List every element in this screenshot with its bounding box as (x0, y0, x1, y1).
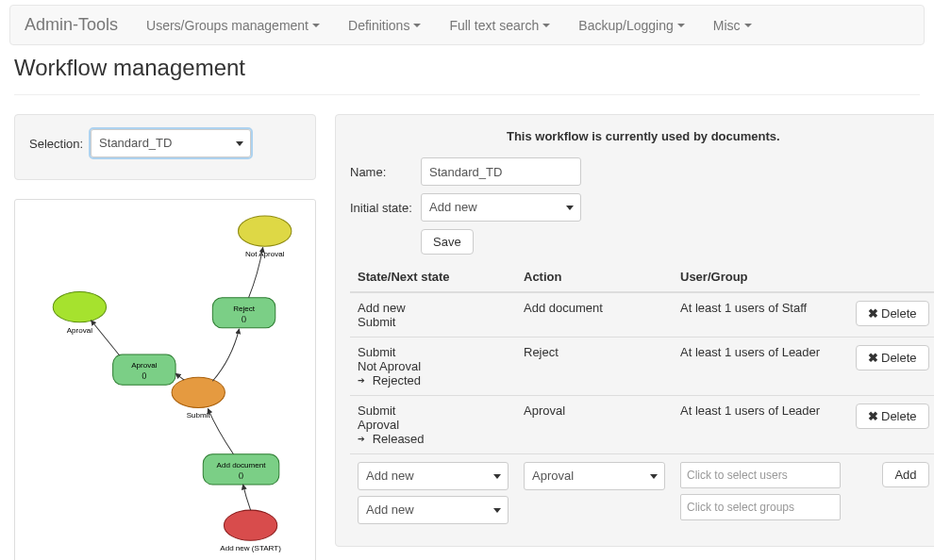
th-action: Action (516, 262, 673, 292)
page-title: Workflow management (14, 55, 920, 81)
initial-state-select[interactable]: Add new (421, 193, 581, 222)
delete-button[interactable]: ✖Delete (856, 301, 929, 326)
edge (175, 373, 184, 380)
th-user: User/Group (673, 262, 848, 292)
x-icon: ✖ (868, 351, 878, 365)
user-cell: At least 1 users of Staff (673, 292, 848, 338)
arrow-right-icon: ➔ (358, 432, 373, 446)
arrow-right-icon: ➔ (358, 373, 373, 387)
diagram-svg: Not Aproval Aproval Reject () Aproval ()… (23, 207, 308, 560)
action-cell: Aproval (516, 396, 673, 454)
edge (91, 321, 119, 355)
action-cell: Add document (516, 292, 673, 338)
table-row: Submit Aproval ➔ Released Aproval At lea… (350, 396, 934, 454)
caret-icon (413, 24, 421, 27)
add-state-select[interactable]: Add new (358, 462, 509, 490)
groups-token-input[interactable]: Click to select groups (680, 494, 841, 520)
add-row: Add new Add new Aproval Cli (350, 454, 934, 533)
label-aproval-end: Aproval (67, 326, 92, 335)
x-icon: ✖ (868, 409, 878, 423)
table-row: Add new Submit Add document At least 1 u… (350, 292, 934, 338)
edge (208, 408, 233, 453)
th-empty (848, 262, 934, 292)
state-line: Not Aproval (358, 359, 509, 373)
type-label: Rejected (373, 373, 421, 387)
users-token-input[interactable]: Click to select users (680, 462, 841, 488)
page-header: Workflow management (14, 55, 920, 95)
label-reject-sub: () (242, 314, 247, 322)
label-aproval: Aproval (131, 361, 157, 370)
label-aproval-sub: () (142, 371, 147, 379)
edge (243, 485, 251, 510)
nav-label: Misc (713, 18, 741, 33)
user-cell: At least 1 users of Leader (673, 338, 848, 396)
label-not-aproval: Not Aproval (245, 250, 285, 258)
state-line: Submit (358, 345, 509, 359)
state-line: Submit (358, 315, 509, 329)
type-label: Released (373, 432, 425, 446)
node-start (224, 510, 276, 540)
node-submit (172, 377, 225, 407)
nav-label: Users/Groups management (146, 18, 309, 33)
state-line: Submit (358, 404, 509, 418)
nav-label: Definitions (348, 18, 409, 33)
th-state: State/Next state (350, 262, 516, 292)
label-add-doc: Add document (217, 461, 267, 469)
initial-state-label: Initial state: (350, 201, 421, 215)
workflow-form-panel: This workflow is currently used by docum… (335, 114, 934, 547)
node-not-aproval (239, 216, 292, 246)
nav-users-groups[interactable]: Users/Groups management (132, 8, 334, 42)
nav-misc[interactable]: Misc (699, 8, 766, 42)
edge (212, 329, 239, 381)
state-line: Aproval (358, 418, 509, 432)
delete-button[interactable]: ✖Delete (856, 345, 929, 371)
label-reject: Reject (233, 305, 256, 313)
label-start: Add new (START) (220, 544, 281, 552)
save-button[interactable]: Save (421, 229, 474, 255)
add-button[interactable]: Add (882, 462, 928, 487)
label-submit: Submit (187, 411, 211, 420)
nav-backup[interactable]: Backup/Logging (564, 8, 698, 42)
add-action-select[interactable]: Aproval (524, 462, 665, 490)
action-cell: Reject (516, 338, 673, 396)
state-line: Add new (358, 301, 509, 315)
x-icon: ✖ (868, 306, 878, 321)
selection-panel: Selection: Standard_TD (14, 114, 316, 180)
add-next-select[interactable]: Add new (358, 496, 509, 524)
user-cell: At least 1 users of Leader (673, 396, 848, 454)
top-navbar: Admin-Tools Users/Groups management Defi… (9, 5, 925, 45)
node-aproval-end (53, 292, 106, 322)
caret-icon (677, 24, 685, 27)
selection-label: Selection: (29, 137, 83, 151)
name-label: Name: (350, 165, 421, 179)
nav-label: Full text search (449, 18, 539, 33)
caret-icon (542, 24, 550, 27)
table-row: Submit Not Aproval ➔ Rejected Reject At … (350, 338, 934, 396)
label-add-doc-sub: () (239, 470, 244, 479)
workflow-diagram: Not Aproval Aproval Reject () Aproval ()… (14, 199, 316, 560)
selection-select[interactable]: Standard_TD (91, 129, 251, 157)
name-input[interactable] (421, 157, 581, 186)
transitions-table: State/Next state Action User/Group Add n… (350, 262, 934, 532)
brand[interactable]: Admin-Tools (25, 6, 132, 44)
caret-icon (312, 24, 320, 27)
nav-label: Backup/Logging (578, 18, 673, 33)
delete-button[interactable]: ✖Delete (856, 404, 929, 429)
nav-fulltext[interactable]: Full text search (435, 8, 564, 42)
nav-definitions[interactable]: Definitions (334, 8, 435, 42)
workflow-info: This workflow is currently used by docum… (350, 129, 934, 143)
caret-icon (744, 24, 752, 27)
